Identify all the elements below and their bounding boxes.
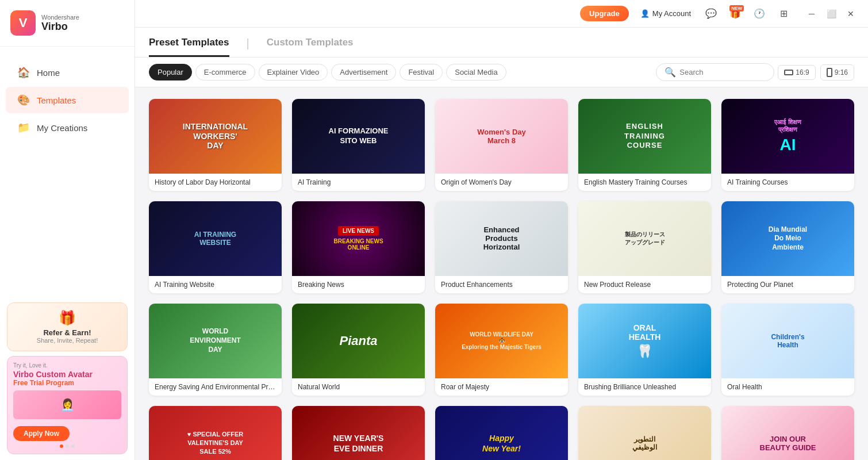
sidebar-item-templates[interactable]: 🎨 Templates [6, 87, 129, 113]
template-thumb-19: التطويرالوظيفي [578, 406, 711, 460]
templates-icon: 🎨 [17, 94, 30, 106]
product-name: Virbo [41, 21, 79, 33]
template-thumb-2: AI FORMAZIONESITO WEB [292, 99, 425, 174]
trial-visual: 👩‍💼 [13, 390, 121, 419]
template-name-3: Origin of Women's Day [435, 174, 568, 191]
template-name-12: Natural World [292, 378, 425, 396]
template-card-6[interactable]: AI TRAININGWEBSITE AI Training Website [149, 201, 282, 293]
template-card-20[interactable]: JOIN OURBEAUTY GUIDE Beauty Guide [721, 406, 854, 460]
template-card-12[interactable]: Pianta Natural World [292, 304, 425, 396]
grid-icon[interactable]: ⊞ [775, 5, 792, 22]
new-badge: NEW [729, 5, 744, 12]
apply-now-button[interactable]: Apply Now [13, 426, 70, 441]
template-thumb-20: JOIN OURBEAUTY GUIDE [721, 406, 854, 460]
minimize-button[interactable]: ─ [804, 6, 820, 22]
template-thumb-1: INTERNATIONALWORKERS'DAY [149, 99, 282, 174]
template-card-1[interactable]: INTERNATIONALWORKERS'DAY History of Labo… [149, 99, 282, 191]
message-icon[interactable]: 💬 [702, 5, 720, 22]
template-card-17[interactable]: NEW YEAR'SEVE DINNER New Year's Eve Dinn… [292, 406, 425, 460]
filter-popular[interactable]: Popular [149, 64, 192, 80]
template-thumb-14: ORALHEALTH 🦷 [578, 304, 711, 378]
template-card-13[interactable]: WORLD WILDLIFE DAY🐯Exploring the Majesti… [435, 304, 568, 396]
template-card-16[interactable]: ♥ SPECIAL OFFERVALENTINE'S DAYSALE 52% V… [149, 406, 282, 460]
refer-subtitle: Share, Invite, Repeat! [14, 337, 120, 344]
history-icon[interactable]: 🕐 [751, 5, 768, 22]
filter-festival[interactable]: Festival [400, 64, 443, 80]
dot-3 [71, 444, 75, 448]
promo-dots [13, 444, 121, 448]
filter-explainer[interactable]: Explainer Video [259, 64, 328, 80]
template-thumb-15: Children'sHealth [721, 304, 854, 378]
refer-title: Refer & Earn! [14, 328, 120, 337]
ratio-16-9-icon [784, 70, 793, 75]
template-name-10: Protecting Our Planet [721, 276, 854, 293]
filter-ecommerce[interactable]: E-commerce [195, 64, 255, 80]
sidebar-item-my-creations[interactable]: 📁 My Creations [6, 114, 129, 141]
my-creations-icon: 📁 [17, 121, 30, 134]
template-card-4[interactable]: ENGLISHTRAININGCOURSE English Mastery Tr… [578, 99, 711, 191]
template-thumb-9: 製品のリリースアップグレード [578, 201, 711, 276]
template-thumb-18: HappyNew Year! [435, 406, 568, 460]
template-thumb-4: ENGLISHTRAININGCOURSE [578, 99, 711, 174]
dot-2 [66, 444, 69, 448]
template-name-9: New Product Release [578, 276, 711, 293]
restore-button[interactable]: ⬜ [823, 6, 839, 22]
ratio-9-16-label: 9:16 [835, 68, 848, 76]
search-box: 🔍 [656, 63, 774, 81]
app-logo: V [10, 10, 36, 36]
account-button[interactable]: 👤 My Account [636, 7, 696, 20]
search-input[interactable] [679, 68, 766, 76]
template-thumb-10: Dia MundialDo MeioAmbiente [721, 201, 854, 276]
close-button[interactable]: ✕ [843, 6, 859, 22]
logo-text: Wondershare Virbo [41, 14, 79, 33]
template-thumb-5: एआई शिक्षणप्रशिक्षण AI [721, 99, 854, 174]
ratio-9-16-icon [827, 68, 832, 77]
gift-icon[interactable]: 🎁 NEW [727, 5, 744, 22]
template-card-5[interactable]: एआई शिक्षणप्रशिक्षण AI AI Training Cours… [721, 99, 854, 191]
topbar: Upgrade 👤 My Account 💬 🎁 NEW 🕐 ⊞ ─ ⬜ ✕ [135, 0, 868, 28]
ratio-9-16[interactable]: 9:16 [820, 64, 854, 80]
tab-custom-templates[interactable]: Custom Templates [267, 37, 354, 57]
filter-bar: Popular E-commerce Explainer Video Adver… [135, 57, 868, 87]
sidebar-item-home[interactable]: 🏠 Home [6, 59, 129, 86]
template-card-19[interactable]: التطويرالوظيفي Career Development [578, 406, 711, 460]
filter-social[interactable]: Social Media [446, 64, 506, 80]
nav-section: 🏠 Home 🎨 Templates 📁 My Creations [0, 47, 135, 297]
sidebar-item-templates-label: Templates [37, 95, 76, 105]
brand-name: Wondershare [41, 14, 79, 21]
template-card-8[interactable]: EnhancedProductsHorizontal Product Enhan… [435, 201, 568, 293]
template-card-2[interactable]: AI FORMAZIONESITO WEB AI Training [292, 99, 425, 191]
template-card-18[interactable]: HappyNew Year! Happy New Year [435, 406, 568, 460]
template-card-11[interactable]: WORLDENVIRONMENTDAY Energy Saving And En… [149, 304, 282, 396]
refer-icon: 🎁 [14, 310, 120, 326]
template-card-9[interactable]: 製品のリリースアップグレード New Product Release [578, 201, 711, 293]
template-grid: INTERNATIONALWORKERS'DAY History of Labo… [135, 87, 868, 460]
sidebar-item-my-creations-label: My Creations [37, 123, 87, 133]
filter-advertisement[interactable]: Advertisement [331, 64, 396, 80]
template-thumb-16: ♥ SPECIAL OFFERVALENTINE'S DAYSALE 52% [149, 406, 282, 460]
template-thumb-3: Women's DayMarch 8 [435, 99, 568, 174]
template-thumb-7: LIVE NEWS BREAKING NEWSONLINE [292, 201, 425, 276]
template-name-6: AI Training Website [149, 276, 282, 293]
account-person-icon: 👤 [640, 9, 650, 18]
upgrade-button[interactable]: Upgrade [580, 6, 629, 21]
template-card-10[interactable]: Dia MundialDo MeioAmbiente Protecting Ou… [721, 201, 854, 293]
template-name-4: English Mastery Training Courses [578, 174, 711, 191]
template-card-3[interactable]: Women's DayMarch 8 Origin of Women's Day [435, 99, 568, 191]
template-card-7[interactable]: LIVE NEWS BREAKING NEWSONLINE Breaking N… [292, 201, 425, 293]
template-name-2: AI Training [292, 174, 425, 191]
tab-preset-templates[interactable]: Preset Templates [149, 37, 229, 57]
template-thumb-8: EnhancedProductsHorizontal [435, 201, 568, 276]
trial-highlight: Free Trial Program [13, 379, 121, 387]
template-name-7: Breaking News [292, 276, 425, 293]
promo-trial-card: Try it, Love it. Virbo Custom Avatar Fre… [7, 356, 128, 454]
logo-area: V Wondershare Virbo [0, 0, 135, 47]
template-thumb-12: Pianta [292, 304, 425, 378]
template-card-14[interactable]: ORALHEALTH 🦷 Brushing Brilliance Unleash… [578, 304, 711, 396]
account-label: My Account [652, 9, 691, 18]
template-name-5: AI Training Courses [721, 174, 854, 191]
template-card-15[interactable]: Children'sHealth Oral Health [721, 304, 854, 396]
template-name-8: Product Enhancements [435, 276, 568, 293]
template-name-14: Brushing Brilliance Unleashed [578, 378, 711, 396]
ratio-16-9[interactable]: 16:9 [778, 65, 815, 80]
